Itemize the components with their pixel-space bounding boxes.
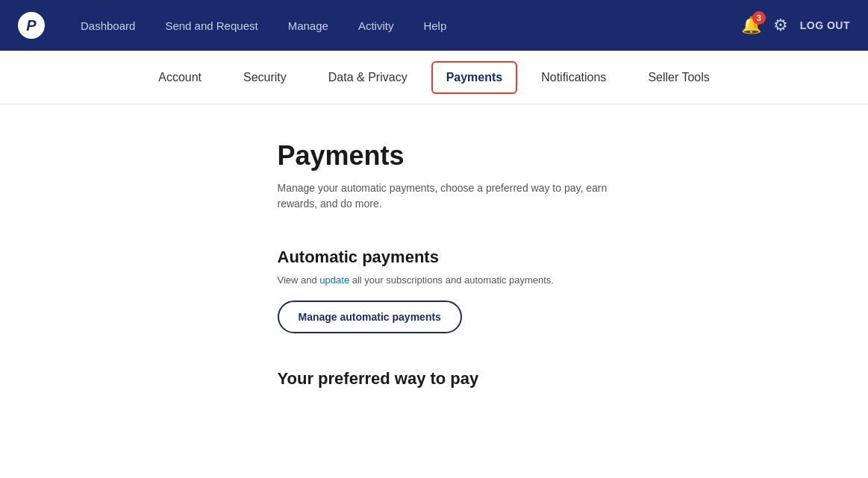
settings-gear-icon[interactable]: ⚙ <box>773 16 788 35</box>
update-link[interactable]: update <box>319 274 349 286</box>
nav-item-dashboard[interactable]: Dashboard <box>69 13 147 38</box>
subnav-data-privacy[interactable]: Data & Privacy <box>307 51 428 104</box>
nav-item-manage[interactable]: Manage <box>276 13 340 38</box>
preferred-pay-title: Your preferred way to pay <box>278 369 740 389</box>
logout-button[interactable]: LOG OUT <box>800 19 850 31</box>
top-nav-links: Dashboard Send and Request Manage Activi… <box>69 13 741 38</box>
subnav-seller-tools[interactable]: Seller Tools <box>627 51 730 104</box>
paypal-logo-icon: P <box>18 12 45 39</box>
subnav-security[interactable]: Security <box>222 51 307 104</box>
settings-sub-navigation: Account Security Data & Privacy Payments… <box>0 51 868 104</box>
preferred-pay-section: Your preferred way to pay <box>278 369 740 389</box>
nav-item-send-request[interactable]: Send and Request <box>153 13 269 38</box>
page-title: Payments <box>278 140 740 172</box>
main-content: Payments Manage your automatic payments,… <box>99 104 770 418</box>
nav-item-help[interactable]: Help <box>411 13 458 38</box>
nav-item-activity[interactable]: Activity <box>346 13 406 38</box>
top-nav-right: 🔔 3 ⚙ LOG OUT <box>741 16 850 35</box>
subnav-notifications[interactable]: Notifications <box>520 51 627 104</box>
top-navigation: P Dashboard Send and Request Manage Acti… <box>0 0 868 51</box>
manage-automatic-payments-button[interactable]: Manage automatic payments <box>278 301 462 333</box>
notification-badge: 3 <box>752 11 766 25</box>
subnav-account[interactable]: Account <box>137 51 222 104</box>
subnav-payments[interactable]: Payments <box>431 61 518 94</box>
logo[interactable]: P <box>18 12 45 39</box>
automatic-payments-description: View and update all your subscriptions a… <box>278 274 740 286</box>
page-subtitle: Manage your automatic payments, choose a… <box>278 180 621 212</box>
automatic-payments-section: Automatic payments View and update all y… <box>278 248 740 369</box>
automatic-payments-title: Automatic payments <box>278 248 740 267</box>
notifications-bell[interactable]: 🔔 3 <box>741 16 761 35</box>
